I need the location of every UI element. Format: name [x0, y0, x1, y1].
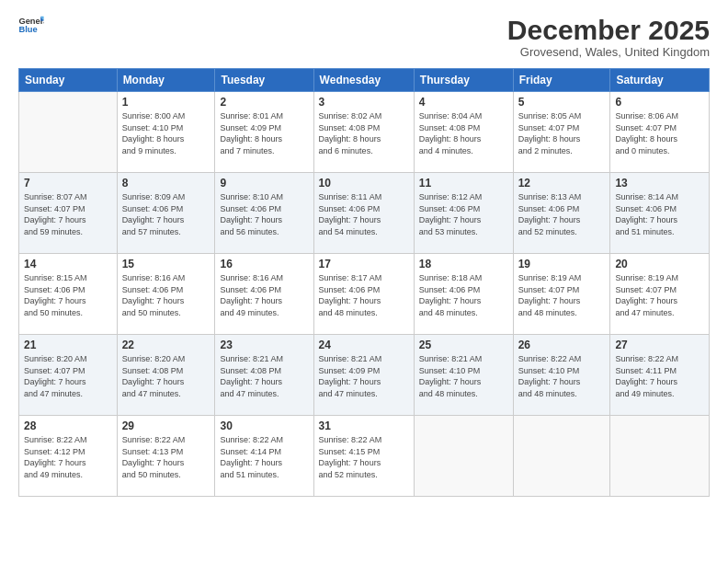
- day-number: 11: [419, 177, 508, 190]
- day-number: 7: [24, 177, 112, 190]
- table-cell: 3Sunrise: 8:02 AM Sunset: 4:08 PM Daylig…: [313, 92, 414, 173]
- day-info: Sunrise: 8:14 AM Sunset: 4:06 PM Dayligh…: [615, 191, 704, 237]
- table-cell: 31Sunrise: 8:22 AM Sunset: 4:15 PM Dayli…: [313, 416, 414, 497]
- day-number: 28: [24, 419, 112, 432]
- col-saturday: Saturday: [610, 69, 710, 92]
- day-info: Sunrise: 8:01 AM Sunset: 4:09 PM Dayligh…: [220, 110, 308, 156]
- day-info: Sunrise: 8:07 AM Sunset: 4:07 PM Dayligh…: [24, 191, 112, 237]
- day-info: Sunrise: 8:00 AM Sunset: 4:10 PM Dayligh…: [122, 110, 210, 156]
- table-cell: [513, 416, 610, 497]
- day-number: 19: [518, 258, 606, 270]
- day-info: Sunrise: 8:22 AM Sunset: 4:14 PM Dayligh…: [220, 434, 308, 480]
- day-number: 24: [319, 339, 409, 351]
- day-info: Sunrise: 8:10 AM Sunset: 4:06 PM Dayligh…: [220, 191, 308, 237]
- table-cell: 6Sunrise: 8:06 AM Sunset: 4:07 PM Daylig…: [610, 92, 710, 173]
- day-info: Sunrise: 8:22 AM Sunset: 4:13 PM Dayligh…: [122, 434, 210, 480]
- table-cell: 13Sunrise: 8:14 AM Sunset: 4:06 PM Dayli…: [610, 173, 710, 254]
- day-number: 22: [122, 339, 210, 351]
- day-number: 30: [220, 419, 308, 432]
- month-title: December 2025: [507, 15, 710, 45]
- day-info: Sunrise: 8:18 AM Sunset: 4:06 PM Dayligh…: [419, 272, 508, 318]
- day-number: 9: [220, 177, 308, 190]
- day-info: Sunrise: 8:06 AM Sunset: 4:07 PM Dayligh…: [615, 110, 704, 156]
- table-cell: 11Sunrise: 8:12 AM Sunset: 4:06 PM Dayli…: [414, 173, 513, 254]
- day-number: 10: [319, 177, 409, 190]
- table-cell: 23Sunrise: 8:21 AM Sunset: 4:08 PM Dayli…: [215, 335, 313, 416]
- day-number: 4: [419, 96, 508, 109]
- table-cell: 7Sunrise: 8:07 AM Sunset: 4:07 PM Daylig…: [19, 173, 118, 254]
- day-info: Sunrise: 8:19 AM Sunset: 4:07 PM Dayligh…: [518, 272, 606, 318]
- table-cell: [414, 416, 513, 497]
- calendar-table: Sunday Monday Tuesday Wednesday Thursday…: [18, 68, 710, 497]
- day-number: 15: [122, 258, 210, 270]
- day-number: 8: [122, 177, 210, 190]
- table-cell: 16Sunrise: 8:16 AM Sunset: 4:06 PM Dayli…: [215, 254, 313, 335]
- day-info: Sunrise: 8:11 AM Sunset: 4:06 PM Dayligh…: [319, 191, 409, 237]
- day-info: Sunrise: 8:02 AM Sunset: 4:08 PM Dayligh…: [319, 110, 409, 156]
- table-cell: 21Sunrise: 8:20 AM Sunset: 4:07 PM Dayli…: [19, 335, 118, 416]
- day-number: 20: [615, 258, 704, 270]
- logo-icon: General Blue: [18, 15, 44, 35]
- day-number: 29: [122, 419, 210, 432]
- day-number: 14: [24, 258, 112, 270]
- table-cell: 22Sunrise: 8:20 AM Sunset: 4:08 PM Dayli…: [117, 335, 215, 416]
- day-number: 26: [518, 339, 606, 351]
- title-block: December 2025 Grovesend, Wales, United K…: [507, 15, 710, 59]
- table-cell: 26Sunrise: 8:22 AM Sunset: 4:10 PM Dayli…: [513, 335, 610, 416]
- table-cell: 25Sunrise: 8:21 AM Sunset: 4:10 PM Dayli…: [414, 335, 513, 416]
- day-info: Sunrise: 8:21 AM Sunset: 4:09 PM Dayligh…: [319, 353, 409, 399]
- day-number: 21: [24, 339, 112, 351]
- day-number: 2: [220, 96, 308, 109]
- day-info: Sunrise: 8:20 AM Sunset: 4:08 PM Dayligh…: [122, 353, 210, 399]
- day-number: 25: [419, 339, 508, 351]
- day-number: 6: [615, 96, 704, 109]
- svg-text:Blue: Blue: [18, 25, 37, 34]
- table-cell: [610, 416, 710, 497]
- day-info: Sunrise: 8:21 AM Sunset: 4:10 PM Dayligh…: [419, 353, 508, 399]
- col-friday: Friday: [513, 69, 610, 92]
- table-cell: 24Sunrise: 8:21 AM Sunset: 4:09 PM Dayli…: [313, 335, 414, 416]
- day-info: Sunrise: 8:15 AM Sunset: 4:06 PM Dayligh…: [24, 272, 112, 318]
- table-cell: 27Sunrise: 8:22 AM Sunset: 4:11 PM Dayli…: [610, 335, 710, 416]
- day-info: Sunrise: 8:16 AM Sunset: 4:06 PM Dayligh…: [220, 272, 308, 318]
- col-thursday: Thursday: [414, 69, 513, 92]
- location: Grovesend, Wales, United Kingdom: [507, 45, 710, 59]
- logo: General Blue: [18, 15, 44, 35]
- day-info: Sunrise: 8:22 AM Sunset: 4:11 PM Dayligh…: [615, 353, 704, 399]
- day-info: Sunrise: 8:09 AM Sunset: 4:06 PM Dayligh…: [122, 191, 210, 237]
- header: General Blue December 2025 Grovesend, Wa…: [18, 15, 710, 59]
- day-info: Sunrise: 8:05 AM Sunset: 4:07 PM Dayligh…: [518, 110, 606, 156]
- day-number: 23: [220, 339, 308, 351]
- table-cell: 28Sunrise: 8:22 AM Sunset: 4:12 PM Dayli…: [19, 416, 118, 497]
- table-cell: 17Sunrise: 8:17 AM Sunset: 4:06 PM Dayli…: [313, 254, 414, 335]
- day-number: 18: [419, 258, 508, 270]
- table-row: 21Sunrise: 8:20 AM Sunset: 4:07 PM Dayli…: [19, 335, 710, 416]
- table-cell: 10Sunrise: 8:11 AM Sunset: 4:06 PM Dayli…: [313, 173, 414, 254]
- day-number: 17: [319, 258, 409, 270]
- day-number: 5: [518, 96, 606, 109]
- table-cell: 8Sunrise: 8:09 AM Sunset: 4:06 PM Daylig…: [117, 173, 215, 254]
- table-cell: [19, 92, 118, 173]
- day-number: 12: [518, 177, 606, 190]
- col-tuesday: Tuesday: [215, 69, 313, 92]
- table-row: 7Sunrise: 8:07 AM Sunset: 4:07 PM Daylig…: [19, 173, 710, 254]
- day-info: Sunrise: 8:22 AM Sunset: 4:12 PM Dayligh…: [24, 434, 112, 480]
- table-cell: 29Sunrise: 8:22 AM Sunset: 4:13 PM Dayli…: [117, 416, 215, 497]
- table-cell: 9Sunrise: 8:10 AM Sunset: 4:06 PM Daylig…: [215, 173, 313, 254]
- table-row: 28Sunrise: 8:22 AM Sunset: 4:12 PM Dayli…: [19, 416, 710, 497]
- day-info: Sunrise: 8:17 AM Sunset: 4:06 PM Dayligh…: [319, 272, 409, 318]
- table-cell: 18Sunrise: 8:18 AM Sunset: 4:06 PM Dayli…: [414, 254, 513, 335]
- table-cell: 2Sunrise: 8:01 AM Sunset: 4:09 PM Daylig…: [215, 92, 313, 173]
- calendar-page: General Blue December 2025 Grovesend, Wa…: [0, 0, 728, 563]
- day-info: Sunrise: 8:04 AM Sunset: 4:08 PM Dayligh…: [419, 110, 508, 156]
- table-cell: 14Sunrise: 8:15 AM Sunset: 4:06 PM Dayli…: [19, 254, 118, 335]
- table-cell: 30Sunrise: 8:22 AM Sunset: 4:14 PM Dayli…: [215, 416, 313, 497]
- table-cell: 15Sunrise: 8:16 AM Sunset: 4:06 PM Dayli…: [117, 254, 215, 335]
- table-cell: 12Sunrise: 8:13 AM Sunset: 4:06 PM Dayli…: [513, 173, 610, 254]
- table-row: 1Sunrise: 8:00 AM Sunset: 4:10 PM Daylig…: [19, 92, 710, 173]
- table-cell: 5Sunrise: 8:05 AM Sunset: 4:07 PM Daylig…: [513, 92, 610, 173]
- col-sunday: Sunday: [19, 69, 118, 92]
- table-row: 14Sunrise: 8:15 AM Sunset: 4:06 PM Dayli…: [19, 254, 710, 335]
- table-cell: 20Sunrise: 8:19 AM Sunset: 4:07 PM Dayli…: [610, 254, 710, 335]
- day-info: Sunrise: 8:22 AM Sunset: 4:15 PM Dayligh…: [319, 434, 409, 480]
